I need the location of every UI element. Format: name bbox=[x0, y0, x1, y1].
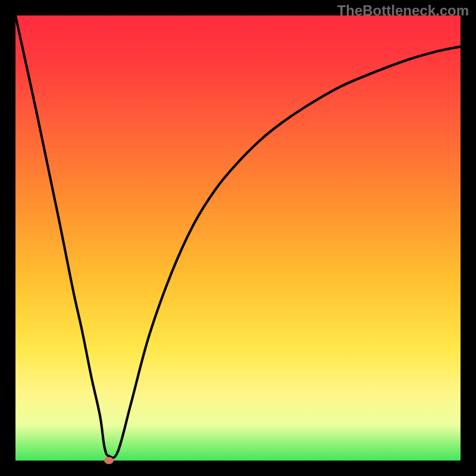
chart-plot-area bbox=[15, 15, 461, 461]
bottleneck-curve bbox=[15, 15, 461, 461]
curve-path bbox=[15, 15, 461, 458]
watermark-text: TheBottleneck.com bbox=[337, 2, 469, 19]
optimum-marker bbox=[104, 457, 114, 464]
